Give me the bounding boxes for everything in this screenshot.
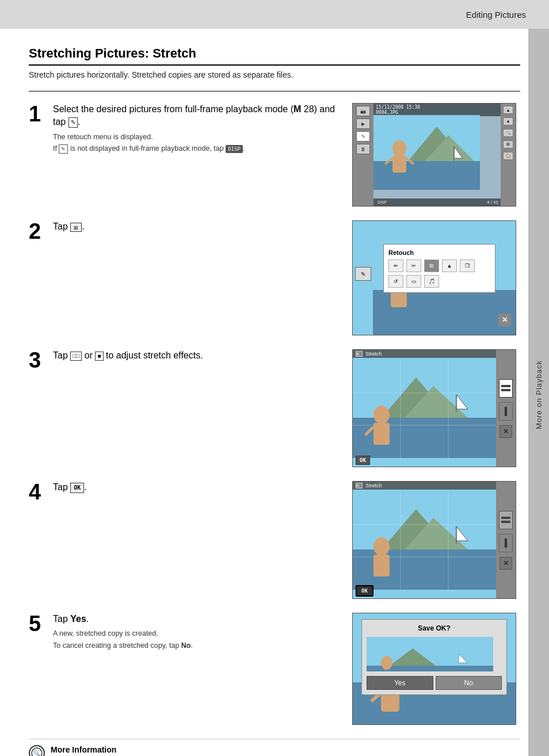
stretch-narrow-btn[interactable]	[499, 402, 513, 421]
title-divider	[29, 91, 520, 91]
section-subtitle: Stretch pictures horizontally. Stretched…	[29, 70, 520, 79]
retouch-icons-row-2: ↺ ▭ 🎵	[388, 275, 490, 288]
step-1-content: Select the desired pictures from full-fr…	[53, 103, 344, 154]
cam1-edit-icon: ✎	[356, 131, 370, 142]
save-dialog-title: Save OK?	[367, 624, 502, 632]
stretch-wide-btn[interactable]	[499, 379, 513, 398]
retouch-title: Retouch	[388, 249, 490, 256]
camera-screen-2: ✎ Retouch ✏ ✂ ⊞ ▲ ❐ ↺ ▭ 🎵	[352, 220, 516, 335]
cam1-scene-svg	[373, 115, 480, 190]
cam1-bottombar: DISP 4 / 41	[373, 198, 501, 206]
step-4-title: Tap OK.	[53, 481, 344, 494]
cam1-scene: 15/11/2008 15:30 0004.JPG	[373, 104, 501, 206]
save-dialog: Save OK? Yes No	[361, 619, 507, 695]
right-sidebar: More on Playback	[528, 29, 549, 756]
cam3-scene-svg	[353, 360, 496, 458]
step-2-title: Tap ⊞.	[53, 220, 344, 233]
camera-screen-3: ⊞ Stretch	[352, 349, 516, 467]
retouch-pencil[interactable]: ✏	[388, 259, 403, 272]
save-buttons: Yes No	[367, 676, 502, 690]
retouch-copy[interactable]: ❐	[460, 259, 475, 272]
cam3-titlebar: ⊞ Stretch	[353, 350, 496, 358]
page-header: Editing Pictures	[0, 0, 549, 29]
nav-up-icon[interactable]: ▲	[503, 106, 513, 114]
step-5-screen: Save OK? Yes No	[352, 613, 520, 725]
cam3-right-panel: ✕	[496, 350, 516, 467]
step-5-note1: A new, stretched copy is created.	[53, 629, 344, 639]
nav-down-icon[interactable]: ▼	[503, 117, 513, 125]
section-title: Stretching Pictures: Stretch	[29, 46, 520, 66]
step-1-note2: If ✎ is not displayed in full-frame play…	[53, 144, 344, 154]
narrow-bar	[505, 407, 507, 416]
svg-rect-27	[373, 423, 390, 445]
cam3-ok-button[interactable]: OK	[356, 456, 370, 465]
cam4-narrow-btn[interactable]	[499, 534, 513, 552]
retouch-stretch-active[interactable]: ⊞	[424, 259, 439, 272]
step-2-screen: ✎ Retouch ✏ ✂ ⊞ ▲ ❐ ↺ ▭ 🎵	[352, 220, 520, 335]
step-5-note2: To cancel creating a stretched copy, tap…	[53, 641, 344, 651]
cam4-ok-button-active[interactable]: OK	[356, 585, 373, 597]
retouch-audio[interactable]: 🎵	[424, 275, 439, 288]
camera-screen-4: ⊞ Stretch	[352, 481, 516, 599]
step-5-title: Tap Yes.	[53, 613, 344, 625]
cam4-main: ⊞ Stretch	[353, 482, 496, 598]
cam4-wide-bar-bot	[501, 521, 510, 523]
disp-icon: DISP	[226, 145, 243, 154]
grid-icon[interactable]: ⊞	[503, 140, 513, 148]
stretch-icon-small: ⊞	[356, 351, 363, 357]
retouch-scissors[interactable]: ✂	[406, 259, 421, 272]
cam4-narrow-bar	[505, 539, 507, 548]
retouch-icons-row-1: ✏ ✂ ⊞ ▲ ❐	[388, 259, 490, 272]
step-5-number: 5	[29, 613, 53, 635]
step-2-content: Tap ⊞.	[53, 220, 344, 236]
step-1-screen: 📷 ▶ ✎ 🗑 15/11/2008 15:30 0004.JPG	[352, 103, 520, 207]
save-no-button[interactable]: No	[436, 676, 502, 690]
cam1-datetime: 15/11/2008 15:30	[376, 105, 420, 110]
step-4: 4 Tap OK. ⊞ Stretch	[29, 481, 520, 599]
cam1-topbar: 15/11/2008 15:30 0004.JPG	[373, 104, 501, 116]
save-yes-button[interactable]: Yes	[367, 676, 433, 690]
svg-rect-3	[373, 161, 480, 190]
sidebar-label: More on Playback	[535, 360, 543, 429]
step-3-number: 3	[29, 349, 53, 371]
cam1-left-panel: 📷 ▶ ✎ 🗑	[353, 104, 373, 206]
cam3-close[interactable]: ✕	[500, 425, 512, 438]
svg-point-6	[392, 140, 406, 156]
cam4-wide-btn[interactable]	[499, 511, 513, 529]
step-3-screen: ⊞ Stretch	[352, 349, 520, 467]
svg-point-26	[373, 406, 390, 424]
cam4-title: Stretch	[365, 483, 382, 488]
wide-bar-top	[501, 385, 510, 387]
step-2: 2 Tap ⊞. ✎	[29, 220, 520, 335]
cam3-main: ⊞ Stretch	[353, 350, 496, 467]
cam4-titlebar: ⊞ Stretch	[353, 482, 496, 490]
cam1-camera-icon: 📷	[356, 106, 370, 116]
narrow-icon[interactable]: ■	[95, 352, 103, 361]
home-icon[interactable]: 🏠	[503, 152, 513, 160]
retouch-close[interactable]: ✕	[498, 314, 511, 326]
info-icon: 🔍	[29, 745, 45, 756]
cam1-play-icon: ▶	[356, 119, 370, 129]
cam4-scene-svg	[353, 492, 496, 590]
step-1: 1 Select the desired pictures from full-…	[29, 103, 520, 207]
cam4-wide-bar-top	[501, 517, 510, 519]
step-1-title: Select the desired pictures from full-fr…	[53, 103, 344, 129]
retouch-frame[interactable]: ▭	[406, 275, 421, 288]
more-info-text-block: More Information See “Image/Sound File a…	[51, 745, 293, 756]
camera-screen-5: Save OK? Yes No	[352, 613, 516, 725]
retouch-rotate[interactable]: ↺	[388, 275, 403, 288]
cam1-counter: 4 / 41	[487, 200, 498, 205]
main-content: Stretching Pictures: Stretch Stretch pic…	[0, 29, 549, 756]
stretch-icon-inline: ⊞	[70, 223, 82, 232]
ok-btn-inline[interactable]: OK	[70, 483, 84, 493]
cam4-close[interactable]: ✕	[500, 557, 512, 570]
zoom-in-icon[interactable]: 🔍	[503, 129, 513, 137]
disp-button[interactable]: DISP	[376, 200, 388, 205]
step-1-note1: The retouch menu is displayed.	[53, 132, 344, 143]
svg-point-39	[373, 537, 390, 556]
step-5-content: Tap Yes. A new, stretched copy is create…	[53, 613, 344, 651]
retouch-resize[interactable]: ▲	[442, 259, 457, 272]
wide-icon[interactable]: □□	[70, 352, 82, 361]
svg-rect-40	[373, 555, 390, 576]
header-title: Editing Pictures	[466, 10, 526, 20]
